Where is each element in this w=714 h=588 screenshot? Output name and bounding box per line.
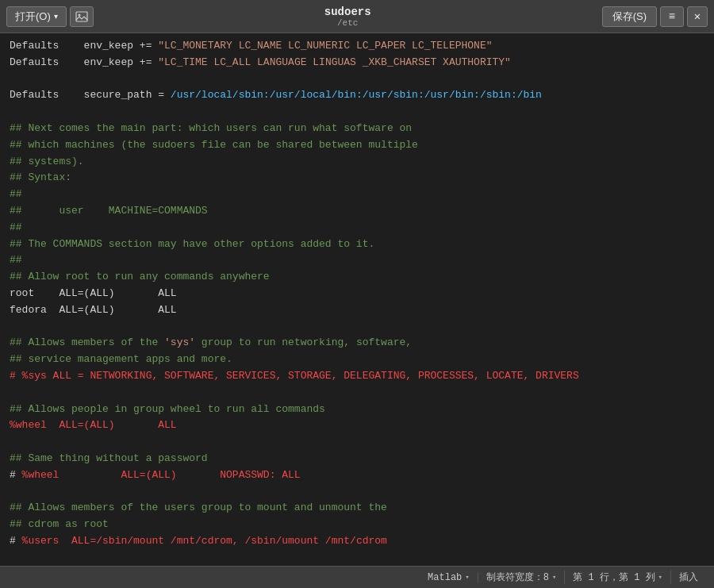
- menu-icon: ≡: [669, 10, 675, 23]
- svg-point-1: [78, 13, 80, 16]
- tab-label: 制表符宽度：8: [486, 571, 549, 584]
- mode-label: Matlab: [428, 572, 462, 583]
- statusbar-tab[interactable]: 制表符宽度：8 ▾: [486, 571, 566, 584]
- close-button[interactable]: ✕: [687, 6, 708, 27]
- statusbar-mode[interactable]: Matlab ▾: [428, 572, 478, 583]
- window-title: sudoers: [100, 6, 596, 18]
- window-subtitle: /etc: [100, 18, 596, 28]
- image-icon: [75, 10, 88, 23]
- statusbar: Matlab ▾ 制表符宽度：8 ▾ 第 1 行，第 1 列 ▾ 插入: [0, 566, 714, 588]
- tab-arrow: ▾: [552, 573, 556, 582]
- position-arrow: ▾: [658, 573, 662, 582]
- insert-label: 插入: [679, 571, 698, 584]
- titlebar: 打开(O) ▾ sudoers /etc 保存(S) ≡ ✕: [0, 0, 714, 33]
- statusbar-insert: 插入: [679, 571, 706, 584]
- open-dropdown-arrow: ▾: [54, 12, 58, 21]
- toolbar-icon-button[interactable]: [70, 6, 94, 27]
- titlebar-left: 打开(O) ▾: [0, 6, 100, 27]
- editor-area[interactable]: Defaults env_keep += "LC_MONETARY LC_NAM…: [0, 33, 714, 566]
- position-label: 第 1 行，第 1 列: [573, 571, 654, 584]
- titlebar-right: 保存(S) ≡ ✕: [596, 6, 714, 27]
- save-button[interactable]: 保存(S): [602, 6, 657, 27]
- close-icon: ✕: [694, 10, 701, 23]
- open-button[interactable]: 打开(O) ▾: [6, 6, 67, 27]
- statusbar-position[interactable]: 第 1 行，第 1 列 ▾: [573, 571, 671, 584]
- mode-arrow: ▾: [465, 573, 469, 582]
- titlebar-center: sudoers /etc: [100, 6, 596, 28]
- open-label: 打开(O): [15, 10, 51, 24]
- svg-rect-0: [76, 12, 87, 21]
- menu-button[interactable]: ≡: [660, 6, 684, 27]
